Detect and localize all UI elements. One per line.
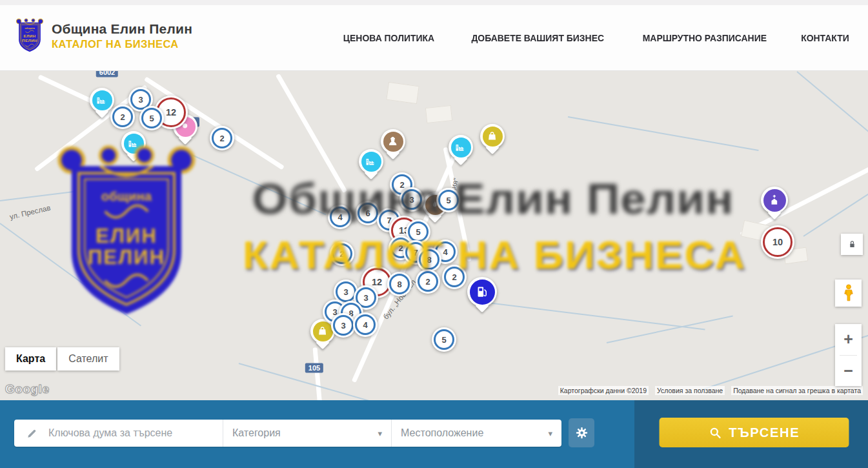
cluster-marker[interactable]: 5 — [139, 106, 164, 130]
cluster-marker[interactable]: 2 — [330, 241, 354, 266]
map-type-controls: Карта Сателит — [5, 347, 119, 371]
cluster-count: 3 — [409, 195, 414, 205]
keyword-input[interactable] — [47, 427, 223, 440]
zoom-out-button[interactable]: − — [835, 356, 862, 387]
location-select[interactable]: Местоположение ▾ — [391, 420, 561, 447]
zoom-in-button[interactable]: + — [835, 324, 862, 355]
lock-icon — [847, 239, 858, 250]
svg-text:ЕЛИН: ЕЛИН — [24, 34, 36, 38]
lock-button[interactable] — [841, 234, 863, 255]
cluster-count: 8 — [397, 280, 401, 289]
worker-pin[interactable] — [381, 129, 405, 154]
cluster-marker[interactable]: 3 — [399, 187, 424, 212]
cluster-count: 2 — [452, 272, 456, 282]
cluster-marker[interactable]: 8 — [417, 247, 441, 272]
map-attribution: Картографски данни ©2019Условия за ползв… — [558, 386, 863, 395]
pegman-icon — [840, 283, 857, 303]
factory-pin[interactable] — [121, 131, 146, 156]
search-button-label: ТЪРСЕНЕ — [729, 425, 800, 440]
cluster-marker[interactable]: 2 — [110, 105, 135, 129]
shopping-bag-icon — [316, 325, 328, 337]
cluster-marker[interactable]: 10 — [761, 225, 794, 259]
factory-pin[interactable] — [449, 135, 473, 159]
brand-title: Община Елин Пелин — [52, 21, 192, 37]
cluster-marker[interactable]: 4 — [353, 312, 378, 337]
cluster-marker[interactable]: 2 — [442, 265, 467, 289]
cluster-count: 2 — [399, 180, 404, 190]
worker-icon — [387, 135, 399, 147]
cluster-count: 4 — [363, 320, 367, 330]
search-bar: Категория ▾ Местоположение ▾ ТЪРСЕНЕ — [0, 400, 868, 468]
brand-subtitle: КАТАЛОГ НА БИЗНЕСА — [52, 37, 192, 51]
cluster-count: 10 — [772, 237, 783, 247]
cluster-count: 4 — [443, 247, 447, 257]
cluster-count: 5 — [416, 227, 420, 237]
header: общинаЕЛИНПЕЛИН Община Елин Пелин КАТАЛО… — [0, 0, 868, 71]
search-submit-button[interactable]: ТЪРСЕНЕ — [660, 418, 849, 447]
cluster-marker[interactable]: 2 — [210, 126, 234, 150]
attribution-text: Картографски данни ©2019 — [558, 386, 649, 395]
factory-icon — [96, 94, 108, 106]
factory-icon — [127, 137, 139, 149]
category-label: Категория — [232, 427, 281, 439]
cluster-count: 3 — [343, 287, 348, 297]
cluster-count: 2 — [339, 249, 344, 259]
cluster-count: 12 — [372, 277, 382, 287]
nav-item-2[interactable]: ДОБАВЕТЕ ВАШИЯТ БИЗНЕС — [471, 32, 604, 44]
zoom-control: + − — [835, 324, 862, 386]
factory-pin[interactable] — [359, 149, 383, 174]
gear-icon — [574, 425, 589, 440]
search-input-group: Категория ▾ Местоположение ▾ — [14, 420, 561, 447]
cluster-marker[interactable]: 2 — [416, 269, 440, 294]
cluster-count: 4 — [338, 212, 342, 222]
svg-text:ПЕЛИН: ПЕЛИН — [22, 38, 37, 43]
church-icon — [767, 193, 782, 207]
cluster-count: 3 — [341, 321, 345, 331]
keyword-section — [14, 420, 223, 447]
cluster-count: 8 — [427, 255, 431, 265]
crest-graphic: общинаЕЛИНПЕЛИН — [15, 17, 44, 54]
main-nav: ЦЕНОВА ПОЛИТИКАДОБАВЕТЕ ВАШИЯТ БИЗНЕСМАР… — [338, 5, 852, 70]
chevron-down-icon: ▾ — [548, 429, 552, 438]
factory-icon — [365, 155, 377, 167]
attribution-link[interactable]: Условия за ползване — [655, 386, 725, 395]
marker-layer: 3212522354671352274812822333834510 — [0, 71, 868, 400]
factory-pin[interactable] — [90, 88, 114, 112]
location-label: Местоположение — [401, 427, 483, 439]
map-canvas[interactable]: 6002105ул. Преславбул. „Новоселция“ 3212… — [0, 71, 868, 400]
cluster-count: 2 — [219, 134, 224, 143]
cluster-count: 12 — [166, 107, 176, 117]
brand[interactable]: общинаЕЛИНПЕЛИН Община Елин Пелин КАТАЛО… — [15, 17, 192, 54]
map-type-map-button[interactable]: Карта — [5, 347, 56, 371]
fuel-pin[interactable] — [467, 277, 497, 307]
settings-button[interactable] — [569, 418, 594, 447]
top-strip — [0, 0, 868, 5]
cluster-marker[interactable]: 8 — [387, 272, 412, 296]
cluster-count: 5 — [149, 114, 154, 123]
municipality-crest-logo: общинаЕЛИНПЕЛИН — [15, 17, 44, 54]
nav-item-3[interactable]: МАРШРУТНО РАЗПИСАНИЕ — [643, 32, 767, 44]
pencil-icon — [26, 427, 38, 440]
cluster-count: 5 — [441, 335, 446, 345]
attribution-link[interactable]: Подаване на сигнал за грешка в картата — [731, 386, 863, 395]
nav-item-4[interactable]: КОНТАКТИ — [801, 32, 849, 44]
google-logo[interactable]: Google — [5, 382, 49, 396]
pegman-button[interactable] — [835, 280, 862, 307]
cluster-marker[interactable]: 5 — [436, 188, 461, 212]
shopping-bag-pin[interactable] — [480, 124, 505, 148]
category-select[interactable]: Категория ▾ — [223, 420, 391, 447]
fuel-icon — [474, 284, 490, 300]
cluster-marker[interactable]: 4 — [328, 205, 352, 229]
cluster-marker[interactable]: 5 — [432, 327, 456, 352]
page: общинаЕЛИНПЕЛИН Община Елин Пелин КАТАЛО… — [0, 0, 868, 468]
brand-text: Община Елин Пелин КАТАЛОГ НА БИЗНЕСА — [52, 21, 192, 51]
nav-item-1[interactable]: ЦЕНОВА ПОЛИТИКА — [343, 32, 434, 44]
church-pin[interactable] — [761, 187, 788, 214]
chevron-down-icon: ▾ — [378, 429, 383, 438]
cluster-marker[interactable]: 3 — [331, 313, 356, 338]
shopping-bag-icon — [486, 130, 498, 142]
cluster-count: 3 — [138, 95, 143, 105]
cluster-count: 3 — [363, 293, 368, 303]
search-icon — [709, 426, 722, 440]
map-type-satellite-button[interactable]: Сателит — [57, 347, 119, 371]
